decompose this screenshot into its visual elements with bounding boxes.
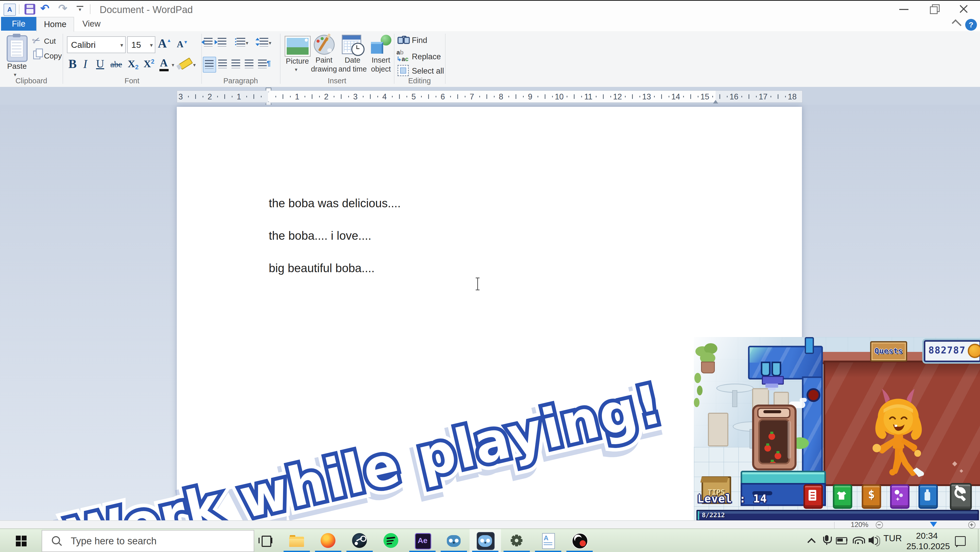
machine-nozzle	[765, 383, 778, 388]
task-view-button[interactable]	[256, 529, 275, 552]
undo-icon[interactable]: ↶	[40, 3, 49, 14]
zoom-out-icon[interactable]	[876, 521, 883, 528]
redo-icon[interactable]: ↷	[58, 3, 67, 14]
taskbar-app-file-explorer[interactable]	[281, 529, 312, 552]
superscript-button[interactable]: X2	[143, 58, 154, 70]
help-icon[interactable]: ?	[965, 19, 977, 31]
taskbar-app-steam[interactable]	[344, 529, 375, 552]
taskbar-app-settings[interactable]	[501, 529, 532, 552]
underline-button[interactable]: U	[96, 57, 104, 70]
tray-expand-icon[interactable]	[803, 529, 819, 552]
paste-button[interactable]	[6, 35, 28, 62]
start-button[interactable]	[0, 529, 41, 552]
replace-label[interactable]: Replace	[412, 52, 441, 61]
picture-label[interactable]: Picture	[282, 57, 313, 66]
game-orders-button[interactable]	[803, 484, 823, 509]
game-wardrobe-button[interactable]	[833, 484, 852, 509]
bullets-button[interactable]	[234, 38, 245, 46]
italic-button[interactable]: I	[83, 57, 87, 71]
bullets-dropdown-icon[interactable]: ▾	[246, 40, 248, 46]
ruler[interactable]: 321123456789101112131415161718	[177, 91, 802, 103]
game-shop-button[interactable]: $	[862, 484, 881, 509]
ingredient-jar[interactable]	[752, 404, 797, 471]
battery-icon[interactable]	[834, 529, 849, 552]
picture-icon[interactable]	[285, 36, 311, 57]
bold-button[interactable]: B	[68, 57, 76, 71]
right-indent-marker[interactable]	[713, 100, 718, 103]
machine-red-button[interactable]	[807, 388, 820, 402]
align-left-button[interactable]	[203, 57, 216, 73]
clock[interactable]: 20:34 25.10.2025	[907, 531, 947, 552]
wordpad-app-icon[interactable]: A	[3, 3, 16, 16]
close-button[interactable]	[948, 1, 978, 17]
justify-button[interactable]	[243, 57, 256, 72]
volume-icon[interactable]	[865, 529, 881, 552]
subscript-button[interactable]: X2	[128, 58, 138, 70]
copy-icon[interactable]	[33, 51, 40, 59]
line-spacing-dropdown-icon[interactable]: ▾	[269, 40, 271, 46]
tab-file[interactable]: File	[1, 17, 36, 31]
tab-home[interactable]: Home	[36, 17, 74, 32]
cut-label[interactable]: Cut	[44, 37, 56, 46]
tab-view[interactable]: View	[73, 17, 110, 31]
zoom-in-icon[interactable]	[968, 521, 975, 528]
find-label[interactable]: Find	[412, 36, 427, 45]
paragraph-dialog-button[interactable]: ¶	[256, 57, 272, 72]
search-input[interactable]	[70, 533, 245, 549]
align-right-button[interactable]	[230, 57, 242, 72]
paint-drawing-label[interactable]: Paint drawing	[309, 56, 339, 73]
paint-drawing-icon[interactable]	[314, 35, 335, 55]
taskbar-app-firefox[interactable]	[312, 529, 344, 552]
date-and-time-icon[interactable]	[342, 35, 361, 54]
minimize-button[interactable]	[889, 1, 919, 17]
font-color-dropdown-icon[interactable]: ▾	[172, 62, 174, 68]
select-all-icon[interactable]	[398, 65, 409, 76]
game-settings-button[interactable]	[950, 483, 972, 510]
find-icon[interactable]	[398, 35, 409, 44]
strikethrough-button[interactable]: abe	[110, 60, 122, 69]
picture-dropdown-icon[interactable]: ▾	[295, 67, 298, 73]
restore-button[interactable]	[919, 1, 948, 17]
quests-button[interactable]: Quests	[870, 341, 907, 362]
customize-quick-access-icon[interactable]: ▾	[76, 6, 83, 13]
coin-counter[interactable]: 882787	[924, 340, 980, 362]
insert-object-icon[interactable]	[371, 35, 392, 54]
language-indicator[interactable]: TUR	[883, 533, 902, 543]
date-and-time-label[interactable]: Date and time	[338, 56, 368, 73]
taskbar-app-after-effects[interactable]: Ae	[407, 529, 438, 552]
increase-indent-button[interactable]	[218, 38, 226, 46]
save-icon[interactable]	[24, 4, 35, 14]
replace-icon[interactable]: ab↳ac	[396, 49, 410, 64]
action-center-icon[interactable]	[952, 529, 968, 552]
grow-font-button[interactable]: A▲	[158, 36, 172, 50]
taskbar-app-godot[interactable]	[438, 529, 469, 552]
zoom-slider-thumb[interactable]	[930, 522, 937, 527]
cut-icon[interactable]: ✂	[30, 34, 42, 47]
shrink-font-button[interactable]: A▼	[177, 39, 188, 49]
taskbar-app-boba-game[interactable]	[469, 529, 501, 552]
font-size-select[interactable]: 15▾	[127, 36, 155, 53]
insert-object-label[interactable]: Insert object	[367, 56, 395, 73]
wifi-icon[interactable]	[850, 529, 865, 552]
taskbar-app-obs[interactable]	[564, 529, 595, 552]
boba-game-overlay[interactable]: TIPS Quests 882787 Level : 14 8/2212 $	[694, 337, 980, 520]
decrease-indent-button[interactable]	[204, 38, 213, 46]
font-color-button[interactable]: A	[160, 57, 168, 69]
microphone-icon[interactable]	[819, 529, 834, 552]
taskbar-search[interactable]	[41, 530, 254, 552]
select-all-label[interactable]: Select all	[412, 67, 444, 76]
show-desktop-button[interactable]	[978, 529, 980, 552]
line-spacing-button[interactable]	[256, 38, 268, 46]
font-family-select[interactable]: Calibri▾	[67, 36, 126, 53]
taskbar-app-spotify[interactable]	[375, 529, 407, 552]
collapse-ribbon-icon[interactable]	[951, 19, 961, 29]
taskbar-app-wordpad[interactable]: A	[532, 529, 564, 552]
paste-label[interactable]: Paste	[7, 62, 25, 70]
machine-lever[interactable]	[805, 337, 814, 354]
game-decor-button[interactable]	[890, 484, 910, 509]
highlight-dropdown-icon[interactable]: ▾	[193, 62, 196, 68]
highlight-button[interactable]	[178, 57, 193, 70]
copy-label[interactable]: Copy	[44, 52, 62, 60]
align-center-button[interactable]	[216, 57, 229, 72]
game-ingredients-button[interactable]	[918, 484, 938, 509]
